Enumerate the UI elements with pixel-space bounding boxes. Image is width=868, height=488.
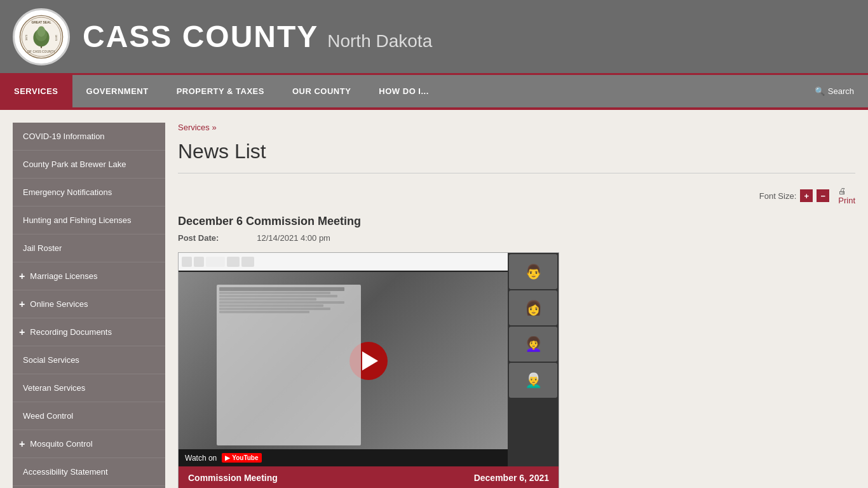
person-thumb-4: 👨‍🦳	[509, 363, 557, 398]
sidebar-item-label: Recording Documents	[30, 327, 112, 337]
sidebar-item-social[interactable]: Social Services	[13, 346, 165, 374]
main-nav: SERVICES GOVERNMENT PROPERTY & TAXES OUR…	[0, 73, 868, 107]
video-bottom-bar: Watch on ▶ YouTube	[179, 449, 559, 466]
person-thumb-3: 👩‍🦱	[509, 327, 557, 362]
expand-icon: +	[19, 271, 25, 282]
font-controls: Font Size: + − 🖨 Print	[178, 186, 855, 205]
main-content: Services » News List Font Size: + − 🖨 Pr…	[178, 123, 855, 488]
sidebar-item-online-services[interactable]: + Online Services	[13, 290, 165, 318]
sidebar-item-weed[interactable]: Weed Control	[13, 402, 165, 430]
site-title: CASS COUNTY North Dakota	[83, 19, 432, 54]
font-decrease-button[interactable]: −	[817, 189, 829, 202]
news-article: December 6 Commission Meeting Post Date:…	[178, 215, 855, 488]
svg-text:OF CASS COUNTY: OF CASS COUNTY	[27, 50, 55, 53]
font-increase-button[interactable]: +	[800, 189, 813, 202]
sidebar-item-label: Weed Control	[23, 411, 73, 421]
svg-point-8	[37, 26, 46, 37]
search-button[interactable]: 🔍 Search	[801, 75, 868, 107]
nav-services[interactable]: SERVICES	[0, 75, 72, 107]
sidebar-item-hunting[interactable]: Hunting and Fishing Licenses	[13, 207, 165, 234]
printer-icon: 🖨	[838, 186, 846, 196]
sidebar-item-mosquito[interactable]: + Mosquito Control	[13, 430, 165, 458]
nav-our-county[interactable]: OUR COUNTY	[278, 75, 365, 107]
sidebar-item-jail[interactable]: Jail Roster	[13, 234, 165, 262]
sidebar-item-covid[interactable]: COVID-19 Information	[13, 123, 165, 151]
post-date-label: Post Date:	[178, 233, 219, 243]
video-container: Commission Meeting 12/6 Copy link	[178, 252, 559, 488]
youtube-logo: ▶ YouTube	[222, 453, 261, 463]
search-icon: 🔍	[815, 86, 825, 96]
news-meta: Post Date: 12/14/2021 4:00 pm	[178, 233, 855, 243]
sidebar-item-accessibility[interactable]: Accessibility Statement	[13, 458, 165, 486]
breadcrumb-link[interactable]: Services	[178, 123, 210, 132]
sidebar-item-recording[interactable]: + Recording Documents	[13, 318, 165, 346]
video-caption-date: December 6, 2021	[474, 473, 549, 483]
county-name: CASS COUNTY	[83, 20, 318, 53]
post-date-value: 12/14/2021 4:00 pm	[257, 233, 330, 243]
county-seal: GREAT SEAL OF CASS COUNTY 1873 1873	[13, 8, 70, 65]
sidebar-item-label: Online Services	[30, 299, 88, 309]
nav-property-taxes[interactable]: PROPERTY & TAXES	[163, 75, 278, 107]
sidebar-item-county-park[interactable]: County Park at Brewer Lake	[13, 151, 165, 179]
sidebar-item-label: Mosquito Control	[30, 439, 92, 449]
print-button[interactable]: Print	[838, 196, 855, 205]
video-middle: 👨 👩 👩‍🦱 👨‍🦳	[179, 272, 559, 449]
sidebar: COVID-19 Information County Park at Brew…	[13, 123, 165, 488]
breadcrumb: Services »	[178, 123, 855, 132]
svg-text:GREAT SEAL: GREAT SEAL	[31, 21, 51, 24]
person-thumb-2: 👩	[509, 290, 557, 325]
sidebar-item-label: Emergency Notifications	[23, 187, 112, 197]
watch-on-label: Watch on	[185, 454, 217, 463]
people-panel: 👨 👩 👩‍🦱 👨‍🦳	[508, 253, 559, 466]
breadcrumb-separator: »	[212, 123, 216, 132]
state-name: North Dakota	[327, 31, 432, 51]
expand-icon: +	[19, 299, 25, 310]
sidebar-item-label: Jail Roster	[23, 243, 62, 253]
nav-government[interactable]: GOVERNMENT	[72, 75, 163, 107]
sidebar-item-emergency[interactable]: Emergency Notifications	[13, 179, 165, 207]
sidebar-item-label: Accessibility Statement	[23, 467, 108, 477]
sidebar-item-label: Marriage Licenses	[30, 271, 97, 281]
expand-icon: +	[19, 438, 25, 450]
sidebar-item-veteran[interactable]: Veteran Services	[13, 374, 165, 402]
person-thumb-1: 👨	[509, 254, 557, 289]
sidebar-item-label: COVID-19 Information	[23, 132, 105, 141]
sidebar-item-label: Hunting and Fishing Licenses	[23, 215, 132, 225]
video-caption-title: Commission Meeting	[188, 473, 278, 483]
sidebar-item-label: Veteran Services	[23, 383, 85, 393]
page-title: News List	[178, 140, 855, 173]
sidebar-item-label: Social Services	[23, 355, 79, 365]
page-header: GREAT SEAL OF CASS COUNTY 1873 1873 CASS…	[0, 0, 868, 73]
sidebar-item-label: County Park at Brewer Lake	[23, 159, 126, 169]
svg-text:1873: 1873	[25, 34, 28, 41]
expand-icon: +	[19, 327, 25, 338]
video-caption-bar: Commission Meeting December 6, 2021	[179, 466, 559, 488]
sidebar-item-marriage[interactable]: + Marriage Licenses	[13, 262, 165, 290]
article-title: December 6 Commission Meeting	[178, 215, 855, 228]
font-size-label: Font Size:	[759, 191, 797, 201]
svg-text:1873: 1873	[55, 34, 58, 41]
nav-how-do-i[interactable]: HOW DO I...	[365, 75, 442, 107]
video-overlay: Commission Meeting 12/6 Copy link	[179, 253, 559, 466]
video-embed[interactable]: Commission Meeting 12/6 Copy link	[179, 253, 559, 466]
content-area: COVID-19 Information County Park at Brew…	[0, 110, 868, 488]
